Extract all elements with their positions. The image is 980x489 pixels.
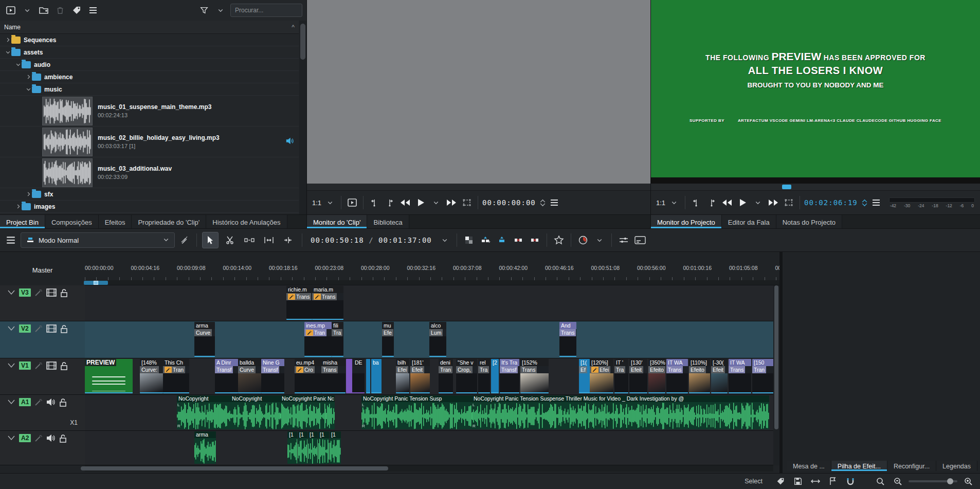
timeline-zone-bar[interactable] (85, 280, 779, 285)
expander-icon[interactable] (14, 203, 22, 210)
track-collapse-icon[interactable] (7, 324, 15, 334)
track-name-badge[interactable]: A1 (19, 398, 31, 406)
expander-icon[interactable] (35, 138, 42, 146)
tab-mesa-de[interactable]: Mesa de ... (787, 461, 831, 471)
track-lock-icon[interactable] (59, 398, 67, 409)
track-lane-v2[interactable]: armaCurveines.mpTranfiliTramuEfealcoLumA… (85, 321, 773, 358)
status-save-icon[interactable] (791, 475, 805, 488)
status-flag-icon[interactable] (826, 475, 840, 488)
timeline-video-clip[interactable]: [130'Efeit (629, 359, 647, 393)
timeline-video-clip[interactable]: "She vCrop, (456, 359, 477, 393)
timeline-video-clip[interactable]: DE (346, 359, 365, 393)
track-name-badge[interactable]: V1 (19, 361, 31, 370)
lift-zone-icon[interactable] (528, 233, 541, 247)
track-lane-v3[interactable]: richie.mTransmaria.mTrans (85, 285, 773, 321)
filter-icon[interactable] (197, 4, 211, 17)
edit-mode-select[interactable]: Modo Normal (21, 232, 175, 248)
bin-clip-item[interactable]: music_03_additional.wav00:02:33:09 (0, 157, 299, 188)
track-effects-icon[interactable] (34, 398, 43, 408)
project-monitor-menu-icon[interactable] (869, 196, 883, 209)
monitor-overlay-icon[interactable] (346, 196, 359, 209)
bin-clip-item[interactable]: music_02_billie_holiday_easy_living.mp30… (0, 126, 299, 157)
timeline-video-clip[interactable]: relTra (478, 359, 490, 393)
project-zoom-level[interactable]: 1:1 (656, 199, 665, 207)
timeline-video-clip[interactable]: Nine GTransf (261, 359, 284, 393)
zone-in-icon[interactable] (368, 196, 381, 209)
razor-tool-button[interactable] (222, 232, 238, 248)
track-collapse-icon[interactable] (7, 434, 15, 443)
slip-tool-button[interactable] (261, 232, 277, 248)
track-collapse-icon[interactable] (7, 288, 15, 298)
zone-in-icon[interactable] (689, 196, 703, 209)
timeline-video-clip[interactable]: alcoLum (429, 322, 446, 357)
timeline-hscrollbar[interactable] (85, 465, 773, 472)
timeline-menu-icon[interactable] (4, 233, 17, 247)
tab-biblioteca[interactable]: Biblioteca (367, 215, 409, 228)
tab-monitor-do-clip[interactable]: Monitor do 'Clip' (307, 215, 367, 228)
track-effects-icon[interactable] (34, 288, 43, 299)
timeline-video-clip[interactable]: filiTra (332, 322, 343, 357)
tab-efeitos[interactable]: Efeitos (99, 215, 132, 228)
track-lock-icon[interactable] (60, 288, 68, 299)
track-lane-a1[interactable]: NoCopyrightLRNoCopyrightNoCopyright Pani… (85, 395, 773, 431)
clip-zoom-level[interactable]: 1:1 (312, 199, 321, 207)
tab-reconfigur[interactable]: Reconfigur... (887, 461, 936, 471)
timeline-video-clip[interactable]: bilhEfei (396, 359, 409, 393)
tab-project-bin[interactable]: Project Bin (0, 215, 45, 228)
ripple-tool-button[interactable] (280, 232, 297, 248)
project-monitor-ruler[interactable] (651, 184, 980, 191)
project-zoom-dropdown-icon[interactable] (667, 196, 681, 209)
timeline-video-clip[interactable]: PREVIEW (85, 359, 133, 393)
bin-folder-item[interactable]: images (0, 201, 299, 213)
bin-clip-item[interactable]: music_01_suspense_main_theme.mp300:02:24… (0, 96, 299, 126)
delete-icon[interactable] (53, 4, 67, 17)
status-tag-icon[interactable] (774, 475, 787, 488)
record-icon[interactable] (576, 233, 590, 247)
track-collapse-icon[interactable] (7, 398, 15, 407)
clip-monitor-menu-icon[interactable] (548, 196, 561, 209)
timeline-video-clip[interactable]: mishaTrans (321, 359, 346, 393)
timeline-audio-clip[interactable]: NoCopyright Panic Tensic (280, 395, 326, 429)
zoom-out-icon[interactable] (891, 475, 904, 488)
forward-icon[interactable] (445, 196, 458, 209)
track-effects-icon[interactable] (34, 361, 43, 372)
rewind-icon[interactable] (720, 196, 734, 209)
tag-icon[interactable] (70, 4, 83, 17)
bin-scrollbar[interactable] (299, 21, 306, 214)
timeline-video-clip[interactable]: This ChTran (163, 359, 189, 393)
timeline-video-clip[interactable]: [1(Ef (579, 359, 590, 393)
expander-icon[interactable] (35, 107, 42, 115)
rewind-icon[interactable] (398, 196, 412, 209)
tab-editor-da-fala[interactable]: Editor da Fala (722, 215, 776, 228)
track-hide-icon[interactable] (46, 361, 57, 372)
timeline-video-clip[interactable]: ba (371, 359, 382, 393)
bin-folder-item[interactable]: assets (0, 46, 299, 59)
timeline-video-clip[interactable] (366, 359, 370, 393)
insert-zone-icon[interactable] (479, 233, 492, 247)
select-tool-button[interactable] (202, 232, 219, 248)
tab-notas-do-projecto[interactable]: Notas do Projecto (776, 215, 842, 228)
track-mute-icon[interactable] (46, 434, 56, 444)
timeline-video-clip[interactable]: [152%Trans (520, 359, 549, 393)
tab-pilha-de-efeit[interactable]: Pilha de Efeit... (831, 461, 887, 471)
timeline-position-timecode[interactable]: 00:00:50:18 / 00:01:37:00 (307, 236, 435, 244)
bin-name-column-header[interactable]: Name ^ (0, 21, 299, 34)
track-lock-icon[interactable] (60, 361, 68, 372)
play-icon[interactable] (414, 196, 427, 209)
track-lock-icon[interactable] (59, 434, 67, 445)
timeline-audio-clip[interactable]: [1 (298, 431, 307, 464)
timeline-ruler[interactable]: 00:00:00:0000:00:04:1600:00:09:0800:00:1… (85, 260, 779, 280)
zone-out-icon[interactable] (383, 196, 396, 209)
clip-monitor-screen[interactable] (307, 0, 650, 184)
timecode-spinner[interactable] (862, 199, 867, 207)
timeline-video-clip[interactable]: balldaCurve (238, 359, 261, 393)
timeline-video-clip[interactable]: eu.mp4Cro (295, 359, 321, 393)
track-header-v2[interactable]: V2 (0, 321, 85, 358)
timeline-video-clip[interactable]: [350%Efeito (648, 359, 665, 393)
clip-monitor-timecode[interactable]: 00:00:00:00 (482, 198, 536, 207)
bin-folder-item[interactable]: music (0, 83, 299, 96)
mix-clips-icon[interactable] (462, 233, 476, 247)
zone-mode-icon[interactable] (782, 196, 795, 209)
bin-folder-item[interactable]: audio (0, 59, 299, 71)
track-header-v1[interactable]: V1 (0, 358, 85, 395)
